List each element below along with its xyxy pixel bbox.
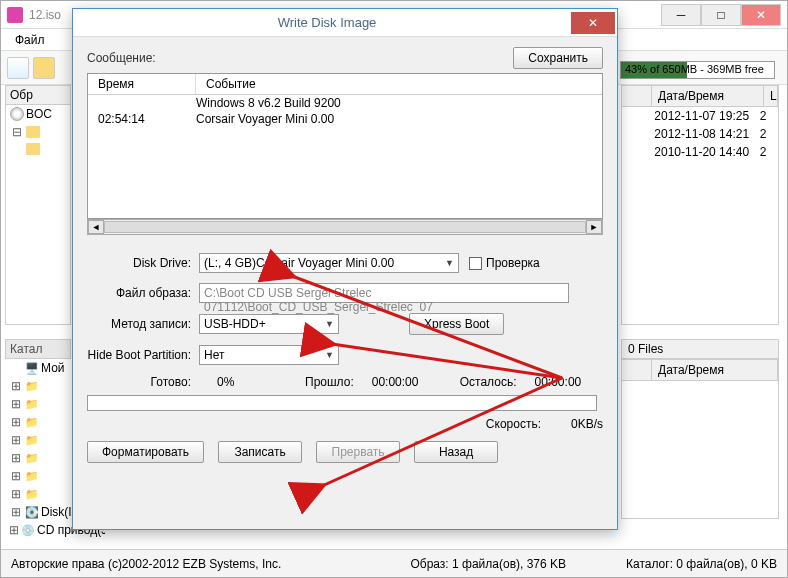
disk-drive-label: Disk Drive: — [87, 256, 199, 270]
list-item[interactable]: 2010-11-20 14:402 — [622, 143, 778, 161]
menu-file[interactable]: Файл — [7, 31, 53, 49]
remain-value: 00:00:00 — [535, 375, 582, 389]
log-box: Время Событие Windows 8 v6.2 Build 92000… — [87, 73, 603, 219]
folder-icon — [26, 126, 40, 138]
capacity-text: 43% of 650MB - 369MB free — [625, 63, 764, 75]
file-list: Дата/Время L 2012-11-07 19:2522012-11-08… — [621, 85, 779, 325]
minimize-button[interactable]: ─ — [661, 4, 701, 26]
verify-label: Проверка — [486, 256, 540, 270]
verify-checkbox[interactable] — [469, 257, 482, 270]
list-item[interactable]: 2012-11-07 19:252 — [622, 107, 778, 125]
chevron-down-icon: ▼ — [325, 319, 334, 329]
abort-button[interactable]: Прервать — [316, 441, 400, 463]
new-icon[interactable] — [7, 57, 29, 79]
log-col-event[interactable]: Событие — [196, 74, 266, 94]
close-button[interactable]: ✕ — [741, 4, 781, 26]
progress-bar — [87, 395, 597, 411]
status-image: Образ: 1 файла(ов), 376 KB — [410, 557, 566, 571]
save-button[interactable]: Сохранить — [513, 47, 603, 69]
log-event: Windows 8 v6.2 Build 9200 — [196, 96, 341, 110]
xpress-boot-button[interactable]: Xpress Boot — [409, 313, 504, 335]
write-method-select[interactable]: USB-HDD+ ▼ — [199, 314, 339, 334]
chevron-down-icon: ▼ — [445, 258, 454, 268]
log-scrollbar[interactable]: ◄ ► — [87, 219, 603, 235]
elapsed-label: Прошло: — [305, 375, 354, 389]
speed-label: Скорость: — [486, 417, 541, 431]
remain-label: Осталось: — [460, 375, 517, 389]
back-button[interactable]: Назад — [414, 441, 498, 463]
dialog-titlebar: Write Disk Image ✕ — [73, 9, 617, 37]
disc-icon — [10, 107, 24, 121]
list-item[interactable]: 2012-11-08 14:212 — [622, 125, 778, 143]
write-method-label: Метод записи: — [87, 317, 199, 331]
tree-root[interactable]: BOC — [6, 105, 70, 123]
speed-value: 0KB/s — [571, 417, 603, 431]
log-time: 02:54:14 — [88, 112, 196, 126]
elapsed-value: 00:00:00 — [372, 375, 442, 389]
capacity-bar: 43% of 650MB - 369MB free — [620, 61, 775, 79]
dialog-close-button[interactable]: ✕ — [571, 12, 615, 34]
chevron-down-icon: ▼ — [325, 350, 334, 360]
status-catalog: Каталог: 0 файла(ов), 0 KB — [626, 557, 777, 571]
write-button[interactable]: Записать — [218, 441, 302, 463]
maximize-button[interactable]: □ — [701, 4, 741, 26]
ready-value: 0% — [217, 375, 287, 389]
hide-boot-label: Hide Boot Partition: — [87, 348, 199, 362]
tree-folder[interactable]: ⊟ — [6, 123, 70, 141]
log-col-time[interactable]: Время — [88, 74, 196, 94]
catalog-header: Катал — [5, 339, 71, 359]
statusbar: Авторские права (c)2002-2012 EZB Systems… — [1, 549, 787, 577]
dialog-title: Write Disk Image — [83, 15, 571, 30]
tree-folder[interactable] — [6, 141, 70, 157]
tree-header: Обр — [6, 86, 70, 105]
scroll-thumb[interactable] — [104, 221, 586, 233]
format-button[interactable]: Форматировать — [87, 441, 204, 463]
status-copyright: Авторские права (c)2002-2012 EZB Systems… — [11, 557, 281, 571]
disk-drive-select[interactable]: (L:, 4 GB)Corsair Voyager Mini 0.00 ▼ — [199, 253, 459, 273]
scroll-right-icon[interactable]: ► — [586, 220, 602, 234]
app-icon — [7, 7, 23, 23]
scroll-left-icon[interactable]: ◄ — [88, 220, 104, 234]
col-l[interactable]: L — [764, 86, 778, 106]
message-label: Сообщение: — [87, 51, 156, 65]
open-icon[interactable] — [33, 57, 55, 79]
ready-label: Готово: — [87, 375, 199, 389]
local-file-list: Дата/Время — [621, 359, 779, 519]
folder-icon — [26, 143, 40, 155]
image-file-field: C:\Boot CD USB Sergei Strelec 071112\Boo… — [199, 283, 569, 303]
col-date[interactable]: Дата/Время — [652, 86, 764, 106]
write-disk-image-dialog: Write Disk Image ✕ Сообщение: Сохранить … — [72, 8, 618, 530]
log-event: Corsair Voyager Mini 0.00 — [196, 112, 334, 126]
log-time — [88, 96, 196, 110]
image-tree: Обр BOC ⊟ — [5, 85, 71, 325]
image-file-label: Файл образа: — [87, 286, 199, 300]
col-date[interactable]: Дата/Время — [652, 360, 778, 380]
hide-boot-select[interactable]: Нет ▼ — [199, 345, 339, 365]
files-count-header: 0 Files — [621, 339, 779, 359]
